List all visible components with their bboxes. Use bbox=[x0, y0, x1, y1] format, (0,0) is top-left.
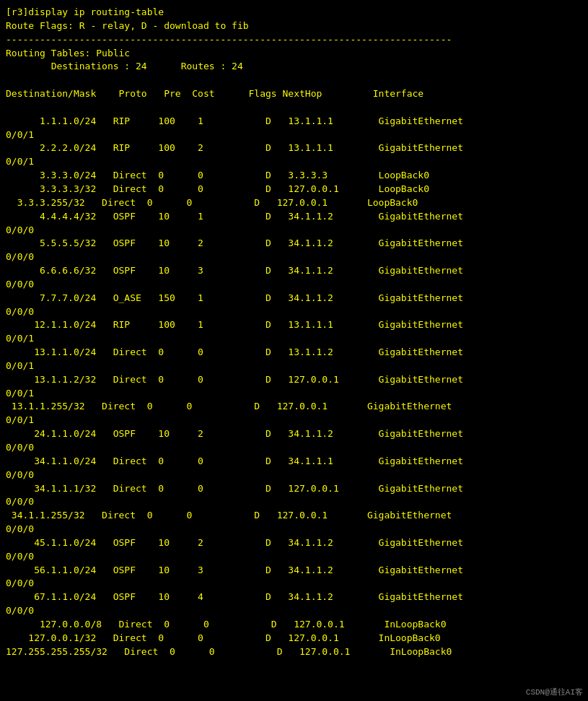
routing-table-rows: 1.1.1.0/24 RIP 100 1 D 13.1.1.1 GigabitE… bbox=[6, 115, 582, 659]
routing-rows: 1.1.1.0/24 RIP 100 1 D 13.1.1.1 GigabitE… bbox=[6, 115, 582, 659]
watermark: CSDN@通往AI客 bbox=[524, 686, 585, 698]
table-row: 2.2.2.0/24 RIP 100 2 D 13.1.1.1 GigabitE… bbox=[6, 142, 463, 153]
table-row: 0/0/0 bbox=[6, 551, 34, 562]
table-row: 4.4.4.4/32 OSPF 10 1 D 34.1.1.2 GigabitE… bbox=[6, 211, 463, 222]
table-row: 0/0/0 bbox=[6, 469, 34, 480]
table-row: 45.1.1.0/24 OSPF 10 2 D 34.1.1.2 Gigabit… bbox=[6, 537, 463, 548]
table-row: 3.3.3.255/32 Direct 0 0 D 127.0.0.1 Loop… bbox=[6, 197, 418, 208]
table-row: 0/0/0 bbox=[6, 442, 34, 453]
table-row: 13.1.1.255/32 Direct 0 0 D 127.0.0.1 Gig… bbox=[6, 401, 452, 412]
table-row: 127.0.0.0/8 Direct 0 0 D 127.0.0.1 InLoo… bbox=[6, 619, 446, 630]
table-row: 0/0/1 bbox=[6, 156, 34, 167]
table-row: 12.1.1.0/24 RIP 100 1 D 13.1.1.1 Gigabit… bbox=[6, 319, 463, 330]
table-row: 0/0/0 bbox=[6, 251, 34, 262]
table-row: 67.1.1.0/24 OSPF 10 4 D 34.1.1.2 Gigabit… bbox=[6, 591, 463, 602]
table-row: 1.1.1.0/24 RIP 100 1 D 13.1.1.1 GigabitE… bbox=[6, 116, 463, 126]
table-row: 0/0/0 bbox=[6, 225, 34, 235]
table-row: 127.255.255.255/32 Direct 0 0 D 127.0.0.… bbox=[6, 646, 452, 657]
table-row: 0/0/0 bbox=[6, 578, 34, 588]
table-row: 34.1.1.1/32 Direct 0 0 D 127.0.0.1 Gigab… bbox=[6, 483, 463, 494]
table-row: 0/0/0 bbox=[6, 605, 34, 616]
table-row: 34.1.1.255/32 Direct 0 0 D 127.0.0.1 Gig… bbox=[6, 510, 452, 521]
table-title: Routing Tables: Public bbox=[6, 48, 130, 58]
table-row: 7.7.7.0/24 O_ASE 150 1 D 34.1.1.2 Gigabi… bbox=[6, 292, 463, 303]
table-row: 34.1.1.0/24 Direct 0 0 D 34.1.1.1 Gigabi… bbox=[6, 456, 463, 466]
table-row: 6.6.6.6/32 OSPF 10 3 D 34.1.1.2 GigabitE… bbox=[6, 265, 463, 276]
table-row: 3.3.3.3/32 Direct 0 0 D 127.0.0.1 LoopBa… bbox=[6, 183, 429, 194]
table-row: 56.1.1.0/24 OSPF 10 3 D 34.1.1.2 Gigabit… bbox=[6, 565, 463, 575]
terminal-output: [r3]display ip routing-table Route Flags… bbox=[6, 6, 582, 115]
routes-count: Routes : 24 bbox=[181, 61, 243, 71]
separator: ----------------------------------------… bbox=[6, 34, 452, 45]
table-row: 3.3.3.0/24 Direct 0 0 D 3.3.3.3 LoopBack… bbox=[6, 170, 429, 180]
table-row: 127.0.0.1/32 Direct 0 0 D 127.0.0.1 InLo… bbox=[6, 632, 441, 643]
table-row: 5.5.5.5/32 OSPF 10 2 D 34.1.1.2 GigabitE… bbox=[6, 238, 463, 248]
table-row: 0/0/0 bbox=[6, 306, 34, 317]
table-row: 0/0/1 bbox=[6, 360, 34, 371]
table-row: 0/0/0 bbox=[6, 523, 34, 534]
command-line: [r3]display ip routing-table bbox=[6, 6, 164, 17]
table-row: 0/0/1 bbox=[6, 333, 34, 344]
table-row: 13.1.1.2/32 Direct 0 0 D 127.0.0.1 Gigab… bbox=[6, 374, 463, 385]
table-row: 24.1.1.0/24 OSPF 10 2 D 34.1.1.2 Gigabit… bbox=[6, 428, 463, 439]
table-row: 0/0/1 bbox=[6, 414, 34, 425]
table-header: Destination/Mask Proto Pre Cost Flags Ne… bbox=[6, 88, 424, 99]
table-row: 13.1.1.0/24 Direct 0 0 D 13.1.1.2 Gigabi… bbox=[6, 347, 463, 357]
table-row: 0/0/1 bbox=[6, 129, 34, 140]
destinations-count: Destinations : 24 bbox=[51, 61, 147, 71]
table-row: 0/0/0 bbox=[6, 496, 34, 507]
table-row: 0/0/0 bbox=[6, 279, 34, 289]
table-row: 0/0/1 bbox=[6, 388, 34, 399]
flags-desc: Route Flags: R - relay, D - download to … bbox=[6, 20, 249, 31]
